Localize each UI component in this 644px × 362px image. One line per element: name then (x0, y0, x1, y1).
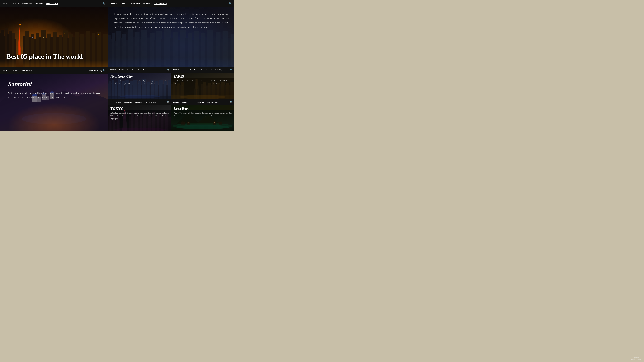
tokyo2-desc: A bustling metropolis blending cutting-e… (110, 112, 169, 120)
paris-body: PARIS The "City of Light" is celebrated … (171, 73, 234, 99)
search-icon-paris[interactable]: 🔍 (230, 68, 233, 71)
tokyo2-title: TOKYO (110, 106, 169, 111)
search-icon-borabora[interactable]: 🔍 (230, 100, 233, 104)
bb-nav-paris[interactable]: PARIS (182, 101, 188, 103)
tokyo2-nav-borabora[interactable]: Bora Bora (124, 101, 132, 103)
nav2-borabora[interactable]: Bora Bora (130, 2, 140, 5)
tokyo2-nav: PARIS Bora Bora Santorini New York City … (108, 99, 171, 105)
paris-small-panel: TOKYO Bora Bora Santorini New York City … (171, 67, 234, 99)
tokyo2-nav-santorini[interactable]: Santorini (135, 101, 142, 103)
santorini-nav: TOKYO PARIS Bora Bora New York City 🔍 (0, 67, 108, 74)
bb-nav-tokyo[interactable]: TOKYO (173, 101, 180, 103)
conclusion-panel: TOKYO PARIS Bora Bora Santorini New York… (108, 0, 234, 67)
tokyo2-nav-nyc[interactable]: New York City (145, 101, 156, 103)
paris-nav-tokyo[interactable]: TOKYO (173, 69, 180, 71)
nav-item-borabora[interactable]: Bora Bora (22, 2, 32, 5)
nyc-small-panel: TOKYO PARIS Bora Bora Santorini 🔍 New Yo… (108, 67, 171, 99)
santorini-content: Santorini With its iconic whitewashed bu… (0, 74, 108, 131)
paris-nav: TOKYO Bora Bora Santorini New York City … (171, 67, 234, 73)
tokyo2-nav-paris[interactable]: PARIS (116, 101, 121, 103)
bb-nav-gap (190, 101, 194, 103)
small-panels-grid: TOKYO PARIS Bora Bora Santorini 🔍 New Yo… (108, 67, 234, 131)
hero-panel: TOKYO PARIS Bora Bora Santorini New York… (0, 0, 108, 67)
san-nav-paris[interactable]: PARIS (13, 69, 19, 72)
borabora-nav: TOKYO PARIS Santorini New York City 🔍 (171, 99, 234, 105)
paris-nav-gap (182, 69, 187, 71)
nav2-paris[interactable]: PARIS (122, 2, 128, 5)
hero-content: Best 05 place in The world (0, 7, 108, 67)
nav-item-tokyo[interactable]: TOKYO (2, 2, 10, 5)
nyc-nav-paris[interactable]: PARIS (119, 69, 124, 71)
conclusion-text: In conclusion, the world is filled with … (114, 12, 228, 29)
conclusion-nav: TOKYO PARIS Bora Bora Santorini New York… (108, 0, 234, 7)
san-nav-tokyo[interactable]: TOKYO (2, 69, 10, 72)
santorini-desc: With its iconic whitewashed buildings, b… (8, 91, 100, 100)
santorini-title: Santorini (8, 80, 100, 87)
conclusion-body: In conclusion, the world is filled with … (108, 7, 234, 67)
search-icon-3[interactable]: 🔍 (102, 69, 106, 72)
bb-nav-nyc[interactable]: New York City (206, 101, 218, 103)
hero-title: Best 05 place in The world (6, 52, 83, 60)
borabora-small-panel: TOKYO PARIS Santorini New York City 🔍 Bo… (171, 99, 234, 131)
nav-item-nyc[interactable]: New York City (46, 2, 59, 5)
borabora-desc: Famous for its crystal-clear turquoise l… (174, 112, 232, 117)
nyc-body: New York City Known for its iconic skyli… (108, 73, 171, 99)
nav2-tokyo[interactable]: TOKYO (111, 2, 118, 5)
bb-nav-santorini[interactable]: Santorini (196, 101, 204, 103)
hero-nav: TOKYO PARIS Bora Bora Santorini New York… (0, 0, 108, 7)
tokyo-small-panel: PARIS Bora Bora Santorini New York City … (108, 99, 171, 131)
paris-title: PARIS (174, 74, 232, 78)
nyc-nav-santorini[interactable]: Santorini (138, 69, 145, 71)
san-nav-borabora[interactable]: Bora Bora (22, 69, 32, 72)
san-nav-nyc[interactable]: New York City (89, 69, 102, 72)
nyc-nav-borabora[interactable]: Bora Bora (127, 69, 135, 71)
san-nav-spacer (34, 69, 86, 72)
santorini-panel: TOKYO PARIS Bora Bora New York City 🔍 Sa… (0, 67, 108, 131)
nav2-nyc[interactable]: New York City (154, 2, 167, 5)
search-icon-nyc[interactable]: 🔍 (166, 68, 170, 71)
nav2-santorini[interactable]: Santorini (143, 2, 151, 5)
search-icon[interactable]: 🔍 (102, 2, 106, 5)
nyc-nav: TOKYO PARIS Bora Bora Santorini 🔍 (108, 67, 171, 73)
paris-desc: The "City of Light" is celebrated for it… (174, 79, 232, 85)
nav-item-paris[interactable]: PARIS (13, 2, 19, 5)
paris-nav-nyc[interactable]: New York City (211, 69, 222, 71)
borabora-body: Bora Bora Famous for its crystal-clear t… (171, 105, 234, 131)
paris-nav-santorini[interactable]: Santorini (201, 69, 208, 71)
nyc-nav-tokyo[interactable]: TOKYO (110, 69, 116, 71)
borabora-title: Bora Bora (174, 106, 232, 111)
tokyo2-body: TOKYO A bustling metropolis blending cut… (108, 105, 171, 131)
nav-item-santorini[interactable]: Santorini (34, 2, 43, 5)
nyc-title: New York City (110, 74, 169, 78)
tokyo2-nav-gap (110, 101, 113, 103)
paris-nav-borabora[interactable]: Bora Bora (190, 69, 198, 71)
search-icon-tokyo2[interactable]: 🔍 (166, 100, 170, 104)
nyc-desc: Known for its iconic skyline, Central Pa… (110, 79, 169, 85)
search-icon-2[interactable]: 🔍 (228, 2, 232, 5)
